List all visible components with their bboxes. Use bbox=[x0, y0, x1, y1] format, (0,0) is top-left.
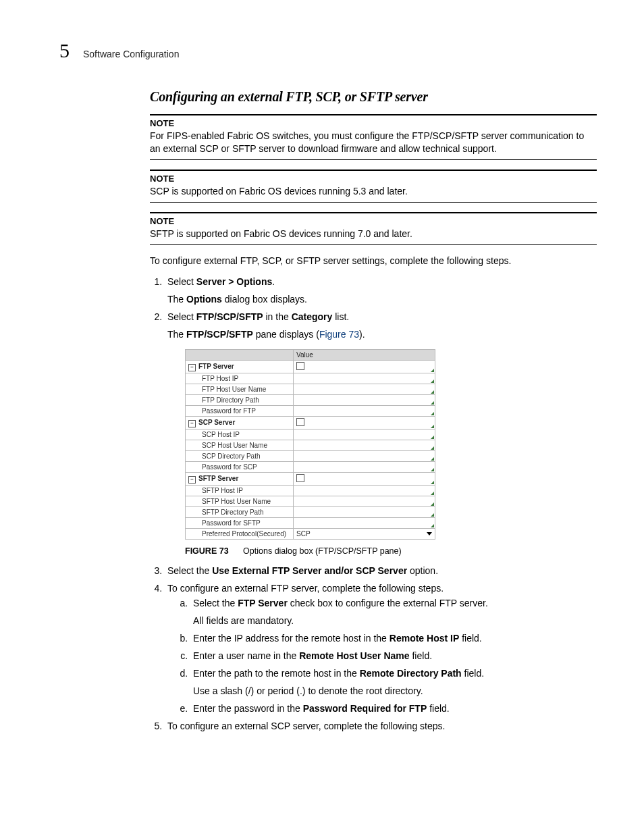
value-cell[interactable] bbox=[294, 451, 435, 462]
text: Enter the path to the remote host in the bbox=[193, 668, 360, 679]
figure-73: Value −FTP ServerFTP Host IPFTP Host Use… bbox=[185, 349, 597, 540]
step-4b: Enter the IP address for the remote host… bbox=[190, 633, 597, 644]
collapse-icon[interactable]: − bbox=[188, 420, 196, 427]
step-4c: Enter a user name in the Remote Host Use… bbox=[190, 650, 597, 661]
step-text: Select bbox=[167, 276, 196, 287]
step-subtext: All fields are mandatory. bbox=[193, 615, 597, 626]
text: Select bbox=[167, 311, 196, 322]
value-cell[interactable] bbox=[294, 473, 435, 486]
value-cell[interactable] bbox=[294, 462, 435, 473]
collapse-icon[interactable]: − bbox=[188, 476, 196, 484]
group-label: FTP Server bbox=[198, 363, 234, 370]
chevron-down-icon[interactable] bbox=[427, 532, 432, 536]
text: The bbox=[167, 329, 186, 340]
col-header-blank bbox=[186, 350, 294, 361]
tree-child: SCP Directory Path bbox=[186, 451, 294, 462]
value-cell[interactable] bbox=[294, 417, 435, 429]
tree-child: FTP Directory Path bbox=[186, 395, 294, 406]
step-4: To configure an external FTP server, com… bbox=[165, 583, 597, 714]
chapter-title: Software Configuration bbox=[83, 49, 179, 59]
group-label: SFTP Server bbox=[198, 475, 238, 482]
tree-child: FTP Host User Name bbox=[186, 384, 294, 395]
step-5: To configure an external SCP server, com… bbox=[165, 721, 597, 731]
tree-child: SFTP Host IP bbox=[186, 486, 294, 496]
value-cell[interactable] bbox=[294, 486, 435, 496]
value-cell[interactable] bbox=[294, 384, 435, 395]
value-cell[interactable] bbox=[294, 507, 435, 518]
step-subtext: Use a slash (/) or period (.) to denote … bbox=[193, 685, 597, 696]
select-value: SCP bbox=[296, 530, 311, 538]
value-cell[interactable] bbox=[294, 361, 435, 373]
note-block: NOTE SCP is supported on Fabric OS devic… bbox=[150, 170, 597, 203]
checkbox-icon[interactable] bbox=[296, 474, 304, 482]
note-label: NOTE bbox=[150, 216, 597, 226]
step-4e: Enter the password in the Password Requi… bbox=[190, 703, 597, 714]
text: pane displays ( bbox=[253, 329, 319, 340]
intro-paragraph: To configure external FTP, SCP, or SFTP … bbox=[150, 255, 597, 267]
value-cell[interactable] bbox=[294, 406, 435, 417]
tree-child: SCP Host User Name bbox=[186, 440, 294, 451]
value-cell[interactable] bbox=[294, 395, 435, 406]
text-bold: Options bbox=[186, 294, 222, 305]
tree-child: Password for SFTP bbox=[186, 518, 294, 529]
text: check box to configure the external FTP … bbox=[288, 598, 488, 608]
text: field. bbox=[459, 633, 481, 644]
step-3: Select the Use External FTP Server and/o… bbox=[165, 565, 597, 576]
text: Select the bbox=[167, 565, 212, 576]
step-4a: Select the FTP Server check box to confi… bbox=[190, 598, 597, 626]
tree-child: Password for FTP bbox=[186, 406, 294, 417]
text: To configure an external FTP server, com… bbox=[167, 583, 444, 594]
note-label: NOTE bbox=[150, 174, 597, 184]
tree-group[interactable]: −FTP Server bbox=[186, 361, 294, 373]
text-bold: FTP/SCP/SFTP bbox=[186, 329, 253, 340]
step-text: . bbox=[272, 276, 275, 287]
text-bold: Category bbox=[292, 311, 333, 322]
col-header-value: Value bbox=[294, 350, 435, 361]
step-1: Select Server > Options. The Options dia… bbox=[165, 276, 597, 305]
value-cell[interactable] bbox=[294, 440, 435, 451]
tree-child: FTP Host IP bbox=[186, 373, 294, 384]
text-bold: FTP Server bbox=[238, 598, 288, 608]
text-bold: Use External FTP Server and/or SCP Serve… bbox=[212, 565, 407, 576]
text: Select the bbox=[193, 598, 238, 608]
value-cell[interactable] bbox=[294, 518, 435, 529]
value-cell[interactable] bbox=[294, 496, 435, 507]
tree-child: SFTP Host User Name bbox=[186, 496, 294, 507]
step-subtext: The FTP/SCP/SFTP pane displays (Figure 7… bbox=[167, 329, 597, 340]
text-bold: Password Required for FTP bbox=[303, 703, 427, 714]
collapse-icon[interactable]: − bbox=[188, 364, 196, 371]
step-4d: Enter the path to the remote host in the… bbox=[190, 668, 597, 696]
note-block: NOTE SFTP is supported on Fabric OS devi… bbox=[150, 212, 597, 245]
figure-link[interactable]: Figure 73 bbox=[319, 329, 359, 340]
group-label: SCP Server bbox=[198, 419, 235, 426]
tree-group[interactable]: −SFTP Server bbox=[186, 473, 294, 486]
figure-caption: FIGURE 73 Options dialog box (FTP/SCP/SF… bbox=[185, 546, 597, 556]
tree-group[interactable]: −SCP Server bbox=[186, 417, 294, 429]
text-bold: FTP/SCP/SFTP bbox=[196, 311, 263, 322]
chapter-number: 5 bbox=[59, 39, 70, 62]
text: field. bbox=[462, 668, 484, 679]
tree-child: Password for SCP bbox=[186, 462, 294, 473]
tree-child: SCP Host IP bbox=[186, 429, 294, 440]
value-cell[interactable] bbox=[294, 373, 435, 384]
checkbox-icon[interactable] bbox=[296, 418, 304, 426]
text: field. bbox=[410, 650, 432, 661]
text: in the bbox=[263, 311, 292, 322]
value-cell[interactable] bbox=[294, 429, 435, 440]
note-label: NOTE bbox=[150, 118, 597, 128]
tree-child: SFTP Directory Path bbox=[186, 507, 294, 518]
figure-label: FIGURE 73 bbox=[185, 546, 229, 556]
text: The bbox=[167, 294, 186, 305]
text: Enter a user name in the bbox=[193, 650, 299, 661]
note-text: For FIPS-enabled Fabric OS switches, you… bbox=[150, 130, 584, 154]
text: Enter the password in the bbox=[193, 703, 303, 714]
options-table: Value −FTP ServerFTP Host IPFTP Host Use… bbox=[185, 349, 435, 540]
text: dialog box displays. bbox=[222, 294, 307, 305]
value-cell-select[interactable]: SCP bbox=[294, 529, 435, 540]
text-bold: Remote Directory Path bbox=[360, 668, 462, 679]
text: Enter the IP address for the remote host… bbox=[193, 633, 390, 644]
checkbox-icon[interactable] bbox=[296, 362, 304, 370]
text: option. bbox=[407, 565, 438, 576]
text: To configure an external SCP server, com… bbox=[167, 721, 445, 731]
step-2: Select FTP/SCP/SFTP in the Category list… bbox=[165, 311, 597, 556]
